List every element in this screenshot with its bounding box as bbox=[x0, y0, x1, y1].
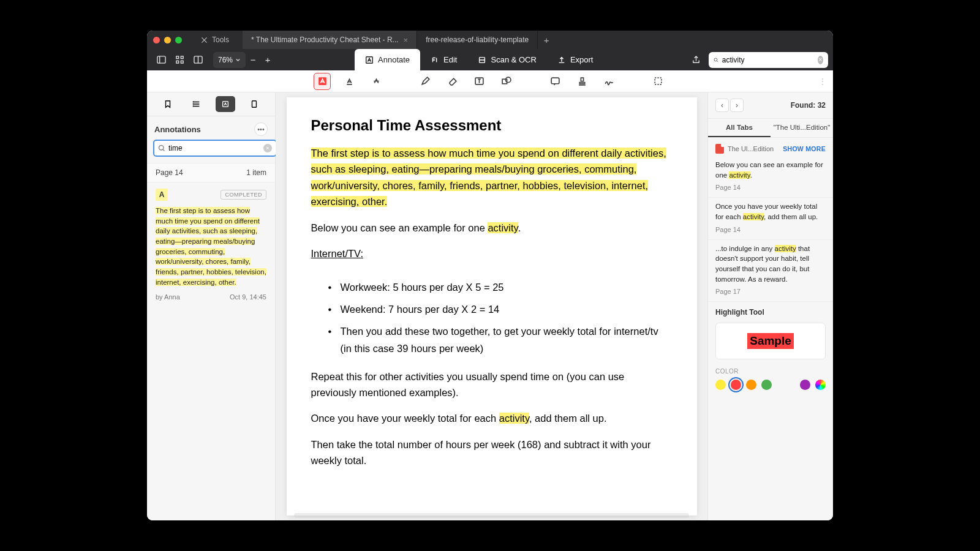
highlight-type-icon: A bbox=[156, 189, 168, 201]
mode-label: Annotate bbox=[378, 55, 410, 64]
app-window: Tools * The Ultimate Productivity Cheat … bbox=[147, 31, 833, 520]
para-total: Once you have your weekly total for each… bbox=[311, 410, 673, 426]
para-example: Below you can see an example for one act… bbox=[311, 220, 673, 236]
para-repeat: Repeat this for other activities you usu… bbox=[311, 369, 673, 401]
search-result[interactable]: Below you can see an example for one act… bbox=[708, 156, 833, 198]
annotations-search-row: × bbox=[147, 140, 275, 163]
color-orange[interactable] bbox=[746, 380, 756, 390]
next-result[interactable]: › bbox=[730, 99, 744, 112]
list-item: Workweek: 5 hours per day X 5 = 25 bbox=[328, 279, 673, 296]
annotations-search-input[interactable] bbox=[168, 144, 260, 152]
annotation-text: The first step is to assess how much tim… bbox=[156, 206, 266, 287]
note-tool[interactable] bbox=[546, 73, 564, 90]
annotations-menu[interactable]: ••• bbox=[254, 122, 268, 136]
svg-rect-14 bbox=[655, 78, 662, 84]
document-viewport[interactable]: Personal Time Assessment The first step … bbox=[276, 92, 707, 520]
page-label: Page 14 bbox=[156, 168, 183, 177]
highlight-tool-panel: Highlight Tool Sample COLOR bbox=[708, 302, 833, 396]
tools-menu[interactable]: Tools bbox=[194, 33, 235, 47]
annotation-card-header: A COMPLETED bbox=[156, 189, 266, 201]
highlight-sample: Sample bbox=[715, 323, 826, 359]
eraser-tool[interactable] bbox=[443, 73, 461, 90]
bookmarks-tab[interactable] bbox=[158, 96, 178, 112]
tab-active[interactable]: * The Ultimate Productivity Cheat Sheet … bbox=[243, 31, 417, 49]
split-view[interactable] bbox=[189, 52, 207, 68]
annotation-card[interactable]: A COMPLETED The first step is to assess … bbox=[147, 182, 275, 307]
close-window[interactable] bbox=[153, 37, 160, 43]
tab-inactive[interactable]: free-release-of-liability-template bbox=[417, 31, 538, 49]
text-box-tool[interactable] bbox=[470, 73, 488, 90]
global-search[interactable]: × bbox=[709, 52, 828, 68]
tool-panel-title: Highlight Tool bbox=[715, 308, 826, 317]
mode-scan[interactable]: Scan & OCR bbox=[467, 49, 546, 70]
search-result[interactable]: Once you have your weekly total for each… bbox=[708, 198, 833, 239]
source-name: The Ul...Edition bbox=[728, 145, 779, 152]
new-tab-button[interactable]: + bbox=[538, 31, 555, 49]
prev-result[interactable]: ‹ bbox=[715, 99, 729, 112]
result-page: Page 17 bbox=[715, 288, 826, 295]
mode-edit[interactable]: Edit bbox=[420, 49, 467, 70]
highlight-tool[interactable] bbox=[314, 73, 331, 90]
show-more-link[interactable]: SHOW MORE bbox=[783, 145, 826, 152]
list-item: Weekend: 7 hours per day X 2 = 14 bbox=[328, 301, 673, 318]
svg-point-8 bbox=[714, 58, 717, 61]
result-source: The Ul...Edition SHOW MORE bbox=[708, 138, 833, 156]
color-purple[interactable] bbox=[800, 380, 810, 390]
bullet-list: Workweek: 5 hours per day X 5 = 25 Weeke… bbox=[311, 279, 673, 357]
mode-export[interactable]: Export bbox=[547, 49, 604, 70]
color-green[interactable] bbox=[761, 380, 772, 390]
color-red[interactable] bbox=[731, 380, 741, 390]
close-tab-icon[interactable]: × bbox=[404, 36, 409, 45]
sidebar-toggle[interactable] bbox=[152, 52, 170, 68]
select-area-tool[interactable] bbox=[649, 73, 666, 90]
mode-tabs: Annotate Edit Scan & OCR Export bbox=[355, 49, 603, 70]
color-yellow[interactable] bbox=[715, 380, 726, 390]
scope-current-doc[interactable]: "The Ulti...Edition" bbox=[771, 119, 833, 137]
pen-tool[interactable] bbox=[417, 73, 434, 90]
svg-rect-13 bbox=[551, 78, 559, 84]
color-swatches bbox=[715, 380, 826, 390]
page-group-header[interactable]: Page 14 1 item bbox=[147, 163, 275, 182]
result-page: Page 14 bbox=[715, 226, 826, 233]
svg-point-17 bbox=[193, 106, 194, 107]
mode-label: Scan & OCR bbox=[491, 55, 536, 64]
clear-search-icon[interactable]: × bbox=[818, 56, 823, 64]
svg-rect-3 bbox=[176, 61, 178, 63]
zoom-window[interactable] bbox=[175, 37, 182, 43]
left-sidebar: Annotations ••• × Page 14 1 item A bbox=[147, 92, 276, 520]
results-count: Found: 32 bbox=[791, 101, 826, 110]
shape-tool[interactable] bbox=[497, 73, 514, 90]
annotation-date: Oct 9, 14:45 bbox=[230, 293, 266, 301]
search-input[interactable] bbox=[722, 56, 814, 64]
thumbnails-view[interactable] bbox=[170, 52, 189, 68]
tab-label: * The Ultimate Productivity Cheat Sheet … bbox=[251, 36, 399, 44]
app-body: Annotations ••• × Page 14 1 item A bbox=[147, 92, 833, 520]
search-result[interactable]: ...to indulge in any activity that doesn… bbox=[708, 240, 833, 302]
annotations-title: Annotations bbox=[154, 125, 201, 134]
annotation-author: by Anna bbox=[156, 293, 180, 301]
zoom-out[interactable]: − bbox=[246, 54, 260, 65]
para-highlighted: The first step is to assess how much tim… bbox=[311, 145, 673, 210]
underline-tool[interactable] bbox=[341, 73, 358, 90]
mode-annotate[interactable]: Annotate bbox=[355, 49, 420, 70]
signature-tool[interactable] bbox=[600, 73, 617, 90]
outline-tab[interactable] bbox=[187, 96, 206, 112]
zoom-in[interactable]: + bbox=[260, 54, 275, 65]
color-custom[interactable] bbox=[815, 380, 826, 390]
zoom-value: 76% bbox=[218, 56, 233, 64]
zoom-dropdown[interactable]: 76% bbox=[213, 52, 246, 68]
horizontal-scrollbar[interactable] bbox=[294, 513, 689, 518]
right-sidebar: ‹ › Found: 32 All Tabs "The Ulti...Editi… bbox=[707, 92, 833, 520]
strikethrough-tool[interactable] bbox=[368, 73, 385, 90]
annotations-tab[interactable] bbox=[216, 96, 235, 112]
page-title: Personal Time Assessment bbox=[311, 117, 673, 134]
pages-tab[interactable] bbox=[244, 96, 264, 112]
share-button[interactable] bbox=[687, 52, 705, 68]
annotations-search[interactable]: × bbox=[153, 140, 277, 157]
mode-label: Edit bbox=[443, 55, 457, 64]
scope-all-tabs[interactable]: All Tabs bbox=[708, 119, 771, 137]
toolbar-drag-handle[interactable]: ⋮ bbox=[818, 77, 827, 86]
clear-annotation-search-icon[interactable]: × bbox=[263, 144, 272, 152]
minimize-window[interactable] bbox=[164, 37, 171, 43]
stamp-tool[interactable] bbox=[573, 73, 590, 90]
